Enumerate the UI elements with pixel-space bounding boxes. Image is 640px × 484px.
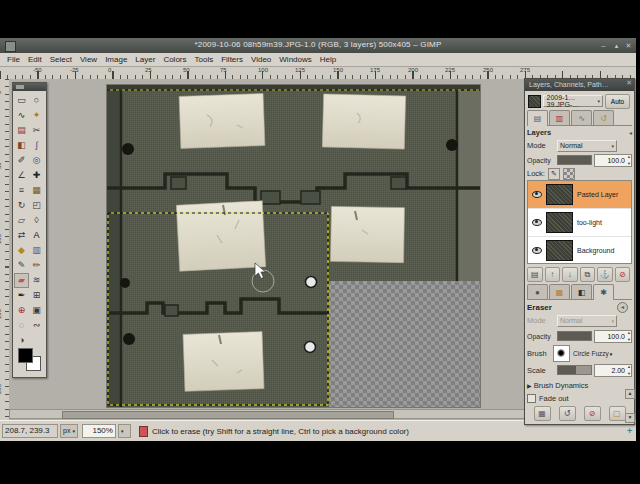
menu-layer[interactable]: Layer bbox=[131, 55, 159, 64]
tool-scissors[interactable]: ✂ bbox=[29, 123, 44, 138]
tool-select-by-color[interactable]: ▤ bbox=[14, 123, 29, 138]
tool-align[interactable]: ≡ bbox=[14, 183, 29, 198]
tool-airbrush[interactable]: ≋ bbox=[29, 273, 44, 288]
layer-opacity-spin[interactable]: 100.0▲▼ bbox=[594, 154, 632, 167]
duplicate-layer-button[interactable]: ⧉ bbox=[580, 267, 596, 282]
menu-file[interactable]: File bbox=[3, 55, 24, 64]
tool-clone[interactable]: ⊞ bbox=[29, 288, 44, 303]
tool-move[interactable]: ✚ bbox=[29, 168, 44, 183]
anchor-layer-button[interactable]: ⚓ bbox=[597, 267, 613, 282]
tab-gradients[interactable]: ◧ bbox=[571, 284, 592, 299]
tool-fuzzy-select[interactable]: ✦ bbox=[29, 108, 44, 123]
tool-smudge[interactable]: ∾ bbox=[29, 318, 44, 333]
menu-view[interactable]: View bbox=[76, 55, 101, 64]
lock-alpha-icon[interactable] bbox=[563, 168, 575, 180]
foreground-color-swatch[interactable] bbox=[18, 348, 33, 363]
menu-windows[interactable]: Windows bbox=[275, 55, 315, 64]
tool-free-select[interactable]: ∿ bbox=[14, 108, 29, 123]
tool-ellipse-select[interactable]: ○ bbox=[29, 93, 44, 108]
menu-tools[interactable]: Tools bbox=[191, 55, 218, 64]
tab-channels[interactable]: ▥ bbox=[549, 110, 570, 125]
restore-options-button[interactable]: ↺ bbox=[559, 406, 576, 421]
tool-flip[interactable]: ⇄ bbox=[14, 228, 29, 243]
new-layer-button[interactable]: ▤ bbox=[527, 267, 543, 282]
tool-rotate[interactable]: ↻ bbox=[14, 198, 29, 213]
dock-titlebar[interactable]: Layers, Channels, Path… bbox=[525, 79, 634, 91]
lock-pixels-icon[interactable]: ✎ bbox=[548, 168, 560, 180]
save-options-button[interactable]: ▦ bbox=[534, 406, 551, 421]
tab-layers[interactable]: ▤ bbox=[527, 110, 548, 126]
scale-spin[interactable]: 2.00▲▼ bbox=[594, 364, 632, 377]
menu-select[interactable]: Select bbox=[46, 55, 76, 64]
tool-scale[interactable]: ◰ bbox=[29, 198, 44, 213]
tool-ink[interactable]: ✒ bbox=[14, 288, 29, 303]
delete-options-button[interactable]: ⊘ bbox=[584, 406, 601, 421]
layer-row-too-light[interactable]: too-light bbox=[528, 209, 631, 237]
delete-layer-button[interactable]: ⊘ bbox=[615, 267, 631, 282]
tool-measure[interactable]: ∠ bbox=[14, 168, 29, 183]
visibility-eye-icon[interactable] bbox=[532, 219, 542, 226]
menu-image[interactable]: Image bbox=[101, 55, 131, 64]
visibility-eye-icon[interactable] bbox=[532, 191, 542, 198]
tool-color-picker[interactable]: ✐ bbox=[14, 153, 29, 168]
layer-row-pasted-layer[interactable]: Pasted Layer bbox=[528, 181, 631, 209]
toolbox-titlebar[interactable] bbox=[13, 83, 46, 91]
unit-combo[interactable]: px▾ bbox=[60, 424, 78, 438]
tool-rect-select[interactable]: ▭ bbox=[14, 93, 29, 108]
tool-blend[interactable]: ▥ bbox=[29, 243, 44, 258]
image-selector-combo[interactable]: 2009-1…39.JPG-…▾ bbox=[543, 95, 603, 107]
tool-eraser[interactable]: ▰ bbox=[14, 273, 29, 288]
reset-options-button[interactable]: ▢ bbox=[609, 406, 626, 421]
menu-filters[interactable]: Filters bbox=[217, 55, 247, 64]
layer-opacity-slider[interactable] bbox=[557, 155, 592, 165]
layer-row-background[interactable]: Background bbox=[528, 237, 631, 264]
layer-mode-combo[interactable]: Normal▾ bbox=[557, 140, 617, 152]
tool-zoom[interactable]: ◎ bbox=[29, 153, 44, 168]
canvas-image[interactable] bbox=[107, 85, 480, 407]
toolbox-window[interactable]: ▭○∿✦▤✂◧∫✐◎∠✚≡▦↻◰▱◊⇄A◆▥✎✏▰≋✒⊞⊕▣◌∾◑ bbox=[12, 82, 47, 378]
menu-help[interactable]: Help bbox=[316, 55, 340, 64]
fade-out-checkbox[interactable] bbox=[527, 394, 536, 403]
tool-perspective[interactable]: ◊ bbox=[29, 213, 44, 228]
tab-undo-history[interactable]: ↺ bbox=[593, 110, 614, 125]
tool-shear[interactable]: ▱ bbox=[14, 213, 29, 228]
zoom-level-entry[interactable]: 150% bbox=[82, 424, 116, 438]
scale-slider[interactable] bbox=[557, 365, 592, 375]
tab-tool-options[interactable]: ✱ bbox=[593, 284, 614, 300]
tool-paintbrush[interactable]: ✏ bbox=[29, 258, 44, 273]
menu-edit[interactable]: Edit bbox=[24, 55, 46, 64]
menu-colors[interactable]: Colors bbox=[159, 55, 190, 64]
visibility-eye-icon[interactable] bbox=[532, 247, 542, 254]
tool-text[interactable]: A bbox=[29, 228, 44, 243]
scrollbar-thumb[interactable] bbox=[62, 411, 394, 419]
raise-layer-button[interactable]: ↑ bbox=[545, 267, 561, 282]
tool-foreground-select[interactable]: ◧ bbox=[14, 138, 29, 153]
tab-brushes[interactable]: ● bbox=[527, 284, 548, 299]
tab-menu-icon[interactable]: ◂ bbox=[629, 129, 632, 136]
erase-opacity-slider[interactable] bbox=[557, 331, 592, 341]
tool-dodge-burn[interactable]: ◑ bbox=[14, 333, 29, 348]
tab-patterns[interactable]: ▦ bbox=[549, 284, 570, 299]
layers-dock-window[interactable]: Layers, Channels, Path… ✕ 2009-1…39.JPG-… bbox=[524, 78, 635, 425]
tool-bucket-fill[interactable]: ◆ bbox=[14, 243, 29, 258]
tool-crop[interactable]: ▦ bbox=[29, 183, 44, 198]
auto-button[interactable]: Auto bbox=[605, 94, 630, 109]
tool-perspective-clone[interactable]: ▣ bbox=[29, 303, 44, 318]
brush-name[interactable]: Circle Fuzzy bbox=[573, 350, 609, 357]
tool-pencil[interactable]: ✎ bbox=[14, 258, 29, 273]
dock-resize-grip[interactable]: + bbox=[627, 426, 632, 436]
maximize-button[interactable]: ▴ bbox=[611, 41, 622, 50]
tool-options-menu-icon[interactable]: ◂ bbox=[617, 302, 628, 313]
dock-close-icon[interactable]: ✕ bbox=[626, 79, 632, 87]
close-button[interactable]: ✕ bbox=[623, 41, 634, 50]
tool-blur-sharpen[interactable]: ◌ bbox=[14, 318, 29, 333]
lower-layer-button[interactable]: ↓ bbox=[562, 267, 578, 282]
brush-dynamics-label[interactable]: Brush Dynamics bbox=[534, 381, 589, 390]
minimize-button[interactable]: – bbox=[598, 41, 609, 50]
brush-preview-button[interactable] bbox=[553, 345, 570, 362]
erase-opacity-spin[interactable]: 100.0▲▼ bbox=[594, 330, 632, 343]
menu-video[interactable]: Video bbox=[247, 55, 275, 64]
zoom-combo-arrow[interactable]: ▾ bbox=[118, 424, 131, 438]
tool-heal[interactable]: ⊕ bbox=[14, 303, 29, 318]
scroll-up-icon[interactable]: ▲ bbox=[625, 389, 635, 399]
